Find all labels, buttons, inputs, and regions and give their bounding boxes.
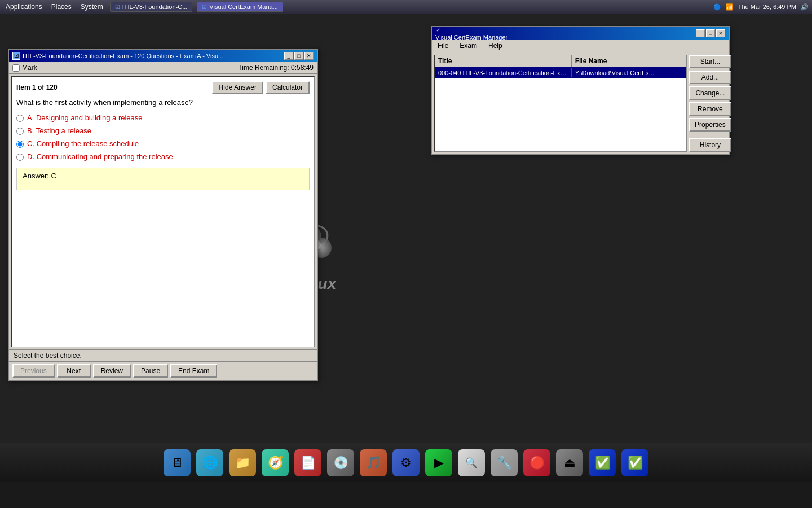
exam-close-btn[interactable]: ✕	[304, 52, 314, 60]
exam-title-left: ☑ ITIL-V3-Foundation-Certification-Exam …	[12, 52, 223, 60]
add-btn[interactable]: Add...	[689, 71, 731, 84]
change-btn[interactable]: Change...	[689, 86, 731, 100]
dock-eject[interactable]: ⏏	[555, 448, 584, 478]
exam-maximize-btn[interactable]: □	[294, 52, 303, 60]
menu-places[interactable]: Places	[49, 2, 74, 12]
dock-safari[interactable]: 🧭	[261, 448, 290, 478]
manager-menu: File Exam Help	[432, 40, 729, 52]
option-c-text: C. Compiling the release schedule	[27, 139, 139, 148]
previous-btn[interactable]: Previous	[12, 364, 55, 378]
time-remaining-label: Time Remaining:	[238, 64, 289, 72]
dock-vce1[interactable]: ✅	[588, 448, 617, 478]
col-filename: File Name	[572, 55, 686, 67]
start-btn[interactable]: Start...	[689, 55, 731, 68]
manager-table: Title File Name 000-040 ITIL-V3-Foundati…	[434, 55, 687, 152]
itil-check-icon: ☑	[115, 4, 120, 10]
remove-btn[interactable]: Remove	[689, 102, 731, 116]
network-icon: 🌐	[196, 449, 223, 476]
hide-answer-btn[interactable]: Hide Answer	[212, 81, 263, 94]
option-c[interactable]: C. Compiling the release schedule	[16, 139, 310, 148]
taskbar-window-itil[interactable]: ☑ ITIL-V3-Foundation-C...	[110, 2, 193, 12]
tools-icon: 🔧	[491, 449, 518, 476]
exam-toolbar: Mark Time Remaining: 0:58:49	[9, 62, 317, 74]
dock-blue[interactable]: ⚙	[391, 448, 421, 478]
menu-applications[interactable]: Applications	[3, 2, 45, 12]
manager-window: ☑ Visual CertExam Manager _ □ ✕ File Exa…	[431, 26, 730, 155]
dock-vce2[interactable]: ✅	[620, 448, 650, 478]
option-d[interactable]: D. Communicating and preparing the relea…	[16, 152, 310, 161]
exam-content: Item 1 of 120 Hide Answer Calculator Wha…	[11, 76, 315, 347]
manager-title-left: ☑ Visual CertExam Manager	[435, 27, 508, 41]
status-text: Select the best choice.	[14, 352, 82, 360]
menu-file[interactable]: File	[435, 41, 451, 51]
bluetooth-icon: 🔵	[713, 3, 721, 11]
desktop: Dreamlinux ☑ ITIL-V3-Foundation-Certific…	[0, 14, 812, 482]
volume-icon: 🔊	[801, 3, 809, 11]
end-exam-btn[interactable]: End Exam	[170, 364, 217, 378]
header-buttons: Hide Answer Calculator	[212, 81, 310, 94]
item-count: Item 1 of 120	[16, 84, 58, 91]
certexam-check-icon: ☑	[202, 4, 207, 10]
manager-window-icon: ☑	[435, 27, 508, 34]
answer-text: Answer: C	[23, 172, 56, 180]
dock-network[interactable]: 🌐	[195, 448, 224, 478]
taskbar-top: Applications Places System ☑ ITIL-V3-Fou…	[0, 0, 812, 14]
answer-box: Answer: C	[16, 168, 310, 190]
radio-d[interactable]	[16, 154, 24, 161]
eject-icon: ⏏	[556, 449, 583, 476]
manager-window-controls: _ □ ✕	[696, 29, 725, 37]
table-header: Title File Name	[435, 55, 686, 67]
dock-app2[interactable]: 🔴	[522, 448, 551, 478]
calculator-btn[interactable]: Calculator	[266, 81, 310, 94]
mark-checkbox-label[interactable]: Mark	[12, 64, 37, 72]
manager-minimize-btn[interactable]: _	[696, 29, 705, 37]
table-row[interactable]: 000-040 ITIL-V3-Foundation-Certification…	[435, 67, 686, 78]
item-header: Item 1 of 120 Hide Answer Calculator	[16, 81, 310, 94]
option-a[interactable]: A. Designing and building a release	[16, 113, 310, 122]
col-title: Title	[435, 55, 572, 67]
app2-icon: 🔴	[523, 449, 550, 476]
dock-monitor[interactable]: 🖥	[162, 448, 192, 478]
taskbar-right: 🔵 📶 Thu Mar 26, 6:49 PM 🔊	[713, 3, 809, 11]
exam-status-bar: Select the best choice.	[9, 349, 317, 361]
manager-content: Title File Name 000-040 ITIL-V3-Foundati…	[432, 52, 729, 154]
time-value: 0:58:49	[291, 64, 314, 72]
dock-music[interactable]: 🎵	[359, 448, 388, 478]
manager-maximize-btn[interactable]: □	[706, 29, 715, 37]
properties-btn[interactable]: Properties	[689, 118, 731, 132]
clock: Thu Mar 26, 6:49 PM	[738, 3, 796, 10]
blue-app-icon: ⚙	[392, 449, 420, 476]
review-btn[interactable]: Review	[93, 364, 131, 378]
question-text: What is the first activity when implemen…	[16, 98, 310, 107]
exam-titlebar: ☑ ITIL-V3-Foundation-Certification-Exam …	[9, 50, 317, 62]
mark-label: Mark	[22, 64, 37, 72]
option-d-text: D. Communicating and preparing the relea…	[27, 152, 173, 161]
next-btn[interactable]: Next	[57, 364, 91, 378]
taskbar-window-certexam-label: Visual CertExam Mana...	[209, 3, 277, 10]
mark-checkbox[interactable]	[12, 64, 20, 72]
taskbar-window-certexam[interactable]: ☑ Visual CertExam Mana...	[197, 2, 283, 12]
radio-b[interactable]	[16, 128, 24, 135]
dock-totem[interactable]: ▶	[424, 448, 453, 478]
menu-exam[interactable]: Exam	[457, 41, 479, 51]
exam-minimize-btn[interactable]: _	[284, 52, 293, 60]
menu-help[interactable]: Help	[486, 41, 505, 51]
dock-tools[interactable]: 🔧	[489, 448, 519, 478]
finder-icon: 🔍	[458, 449, 485, 476]
vce1-icon: ✅	[589, 449, 616, 476]
menu-system[interactable]: System	[78, 2, 105, 12]
pause-btn[interactable]: Pause	[133, 364, 168, 378]
exam-window: ☑ ITIL-V3-Foundation-Certification-Exam …	[8, 49, 318, 381]
dock-pdf[interactable]: 📄	[293, 448, 323, 478]
dock-finder[interactable]: 🔍	[457, 448, 486, 478]
dock-cd[interactable]: 💿	[326, 448, 355, 478]
option-b[interactable]: B. Testing a release	[16, 126, 310, 135]
dock-files[interactable]: 📁	[228, 448, 257, 478]
radio-c[interactable]	[16, 141, 24, 148]
table-cell-filename: Y:\Download\Visual CertEx...	[572, 68, 686, 77]
manager-close-btn[interactable]: ✕	[716, 29, 725, 37]
manager-window-title: Visual CertExam Manager	[435, 34, 508, 41]
history-btn[interactable]: History	[689, 138, 731, 152]
option-a-text: A. Designing and building a release	[27, 113, 143, 122]
radio-a[interactable]	[16, 115, 24, 122]
